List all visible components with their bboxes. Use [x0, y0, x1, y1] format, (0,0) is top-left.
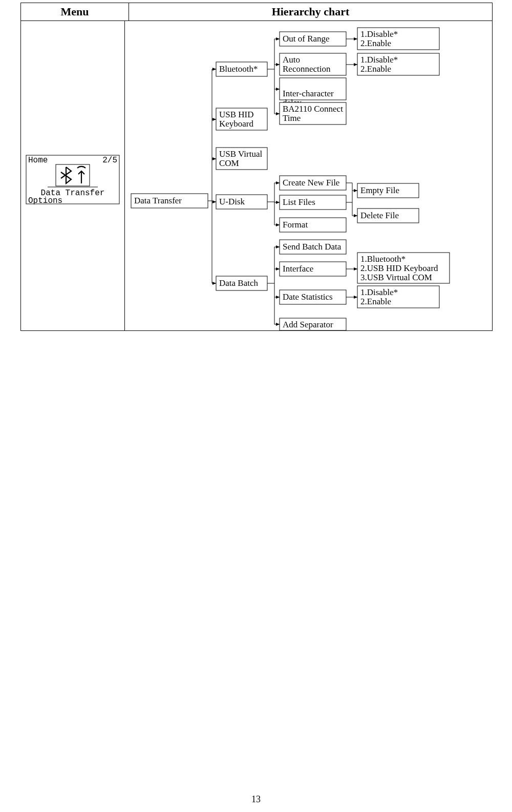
node-baconn: BA2110 ConnectTime: [280, 102, 346, 124]
lcd-line2: Options: [28, 196, 62, 205]
node-auto: AutoReconnection: [280, 53, 346, 75]
lcd-page: 2/5: [102, 156, 117, 165]
table-body: Home 2/5 Data Transfer: [21, 21, 492, 330]
svg-text:Delete File: Delete File: [360, 211, 399, 220]
node-sendb: Send Batch Data: [280, 240, 346, 254]
node-cnew: Create New File: [280, 176, 346, 190]
svg-text:U-Disk: U-Disk: [219, 197, 245, 206]
node-vcom: USB VirtualCOM: [216, 148, 267, 170]
node-iface: Interface: [280, 262, 346, 276]
table-header: Menu Hierarchy chart: [21, 3, 492, 21]
svg-text:USB HIDKeyboard: USB HIDKeyboard: [219, 110, 254, 129]
header-chart: Hierarchy chart: [129, 3, 492, 21]
node-bt: Bluetooth*: [216, 62, 267, 76]
svg-text:Interface: Interface: [283, 264, 313, 274]
svg-text:Date Statistics: Date Statistics: [283, 292, 333, 302]
menu-pane: Home 2/5 Data Transfer: [21, 21, 125, 330]
node-oor: Out of Range: [280, 32, 346, 46]
page-number: 13: [0, 794, 512, 805]
node-dstat: Date Statistics: [280, 290, 346, 304]
header-menu: Menu: [21, 3, 129, 21]
node-disen-c: 1.Disable*2.Enable: [357, 286, 439, 308]
node-addsep: Add Separator: [280, 318, 346, 330]
node-disen-b: 1.Disable*2.Enable: [357, 53, 439, 75]
node-delete: Delete File: [357, 209, 419, 223]
svg-text:Send Batch Data: Send Batch Data: [283, 242, 342, 252]
svg-text:Add Separator: Add Separator: [283, 320, 333, 329]
node-disen-a: 1.Disable*2.Enable: [357, 28, 439, 50]
node-hid: USB HIDKeyboard: [216, 108, 267, 130]
svg-text:List Files: List Files: [283, 197, 315, 207]
node-empty: Empty File: [357, 183, 419, 198]
node-iface-opts: 1.Bluetooth*2.USB HID Keyboard3.USB Virt…: [357, 253, 450, 283]
svg-text:Out of Range: Out of Range: [283, 34, 330, 44]
node-root: Data Transfer: [131, 194, 208, 208]
lcd-title: Home: [28, 156, 48, 165]
svg-text:Bluetooth*: Bluetooth*: [219, 64, 258, 74]
node-format: Format: [280, 218, 346, 232]
node-lfiles: List Files: [280, 195, 346, 210]
document-table: Menu Hierarchy chart Home 2/5: [20, 3, 493, 331]
chart-pane: Data Transfer Bluetooth* USB HIDKeyboard…: [125, 21, 492, 330]
svg-text:Create New File: Create New File: [283, 178, 339, 188]
node-batch: Data Batch: [216, 276, 267, 290]
svg-text:Empty File: Empty File: [360, 185, 399, 195]
svg-text:Data Batch: Data Batch: [219, 278, 258, 288]
svg-text:Format: Format: [283, 220, 308, 230]
svg-text:Data Transfer: Data Transfer: [134, 196, 182, 205]
node-udisk: U-Disk: [216, 195, 267, 209]
